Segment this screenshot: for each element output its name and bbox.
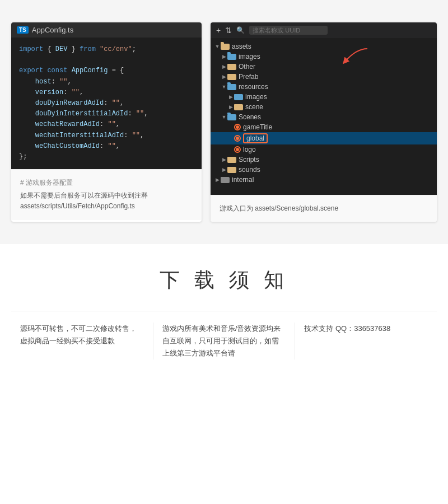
tree-label-scenes: Scenes <box>239 113 261 121</box>
tree-label-resources: resources <box>239 83 268 91</box>
section-divider <box>0 227 448 244</box>
tree-label-logo: logo <box>243 146 256 153</box>
notice-col-1: 源码不可转售，不可二次修改转售，虚拟商品一经购买不接受退款 <box>11 323 153 360</box>
tree-label-res-images: images <box>245 93 267 101</box>
search-input[interactable] <box>249 26 328 35</box>
tree-label-scripts: Scripts <box>239 156 259 164</box>
tree-label-gametitle: gameTitle <box>243 123 272 131</box>
panels-row: TS AppConfig.ts import { DEV } from "cc/… <box>0 17 448 227</box>
download-title: 下 载 须 知 <box>11 267 437 294</box>
tree-label-sounds: sounds <box>239 166 260 174</box>
code-annotation: # 游戏服务器配置 如果不需要后台服务可以在源码中收到注释assets/scri… <box>11 169 202 220</box>
tree-label-res-scene: scene <box>245 103 263 111</box>
ts-badge: TS <box>17 26 29 34</box>
tree-item-other[interactable]: ▶ Other <box>211 62 437 72</box>
tree-label-other: Other <box>239 63 255 71</box>
notice-col-2: 游戏内所有美术和音乐/音效资源均来自互联网，只可用于测试目的，如需上线第三方游戏… <box>153 323 296 360</box>
notice-text-3: 技术支持 QQ：336537638 <box>304 324 390 333</box>
tree-header: + ⇅ 🔍 <box>211 22 437 38</box>
tree-item-internal[interactable]: ▶ internal <box>211 175 437 185</box>
notice-text-2: 游戏内所有美术和音乐/音效资源均来自互联网，只可用于测试目的，如需上线第三方游戏… <box>162 324 281 357</box>
annotation-title: # 游戏服务器配置 <box>20 178 193 188</box>
code-header: TS AppConfig.ts <box>11 22 202 38</box>
tree-body: ▼ assets ▶ images <box>211 38 437 195</box>
code-filename: AppConfig.ts <box>32 26 73 34</box>
search-icon: 🔍 <box>236 26 245 34</box>
tree-item-scripts[interactable]: ▶ Scripts <box>211 155 437 165</box>
code-body: import { DEV } from "cc/env"; export con… <box>11 38 202 169</box>
tree-annotation-text: 游戏入口为 assets/Scenes/global.scene <box>220 204 338 212</box>
annotation-body: 如果不需要后台服务可以在源码中收到注释assets/scripts/Utils/… <box>20 190 193 212</box>
filetree-panel: + ⇅ 🔍 ▼ assets ▶ <box>211 22 437 222</box>
tree-item-assets[interactable]: ▼ assets <box>211 41 437 52</box>
tree-item-resources[interactable]: ▼ resources <box>211 82 437 92</box>
tree-label-images: images <box>239 53 260 60</box>
tree-item-res-scene[interactable]: ▶ scene <box>211 102 437 112</box>
tree-item-scenes[interactable]: ▼ Scenes <box>211 112 437 122</box>
notice-col-3: 技术支持 QQ：336537638 <box>295 323 437 360</box>
tree-item-logo[interactable]: logo <box>211 144 437 155</box>
tree-label-internal: internal <box>232 176 254 184</box>
add-button[interactable]: + <box>216 26 221 35</box>
tree-label-prefab: Prefab <box>239 73 258 81</box>
tree-item-sounds[interactable]: ▶ sounds <box>211 165 437 175</box>
download-notice: 下 载 须 知 源码不可转售，不可二次修改转售，虚拟商品一经购买不接受退款 游戏… <box>0 244 448 371</box>
tree-item-prefab[interactable]: ▶ Prefab <box>211 72 437 82</box>
tree-item-images[interactable]: ▶ images <box>211 52 437 62</box>
tree-item-gametitle[interactable]: gameTitle <box>211 122 437 132</box>
tree-item-res-images[interactable]: ▶ images <box>211 92 437 102</box>
code-panel: TS AppConfig.ts import { DEV } from "cc/… <box>11 22 202 222</box>
tree-label-assets: assets <box>232 43 251 50</box>
tree-annotation: 游戏入口为 assets/Scenes/global.scene <box>211 195 437 222</box>
sort-button[interactable]: ⇅ <box>225 26 232 35</box>
tree-label-global: global <box>243 133 268 143</box>
tree-item-global[interactable]: global <box>211 132 437 144</box>
notice-grid: 源码不可转售，不可二次修改转售，虚拟商品一经购买不接受退款 游戏内所有美术和音乐… <box>11 311 437 360</box>
notice-text-1: 源码不可转售，不可二次修改转售，虚拟商品一经购买不接受退款 <box>20 324 137 345</box>
